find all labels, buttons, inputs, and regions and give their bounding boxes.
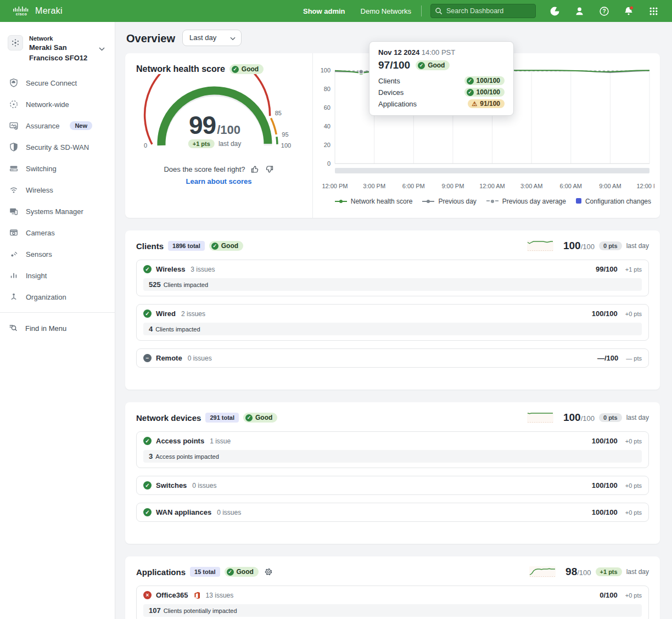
sidebar-item-label: Wireless <box>26 186 53 194</box>
sidebar-item-systems-manager[interactable]: Systems Manager <box>0 201 115 222</box>
tooltip-row-clients: Clients 100/100 <box>378 76 505 85</box>
tooltip-date: Nov 12 2024 <box>378 48 419 57</box>
sidebar-item-label: Secure Connect <box>26 79 77 87</box>
check-circle-icon <box>232 66 239 73</box>
impact-bar: 525Clients impacted <box>143 278 642 291</box>
topbar-divider <box>421 5 422 16</box>
sidebar-item-network-wide[interactable]: Network-wide <box>0 94 115 115</box>
svg-text:6:00 AM: 6:00 AM <box>560 183 582 189</box>
row-issues: 13 issues <box>206 592 234 599</box>
chart-legend: Network health score Previous day Previo… <box>335 198 651 205</box>
demo-networks-menu[interactable]: Demo Networks <box>361 7 411 15</box>
check-circle-icon <box>467 77 474 85</box>
legend-marker-gray-line <box>422 199 434 204</box>
sidebar-item-label: Organization <box>26 293 66 301</box>
account-icon[interactable] <box>573 4 586 18</box>
show-admin-button[interactable]: Show admin <box>303 7 345 15</box>
legend-marker-blue-square <box>576 199 581 204</box>
sidebar-item-sensors[interactable]: Sensors <box>0 244 115 265</box>
chevron-down-icon <box>230 37 236 41</box>
devices-row-switches[interactable]: Switches 0 issues 100/100 +0 pts <box>136 476 649 495</box>
wireless-icon <box>8 185 19 195</box>
tooltip-row-devices: Devices 100/100 <box>378 88 505 97</box>
find-in-menu-icon <box>8 323 18 334</box>
notifications-icon[interactable] <box>622 4 635 18</box>
row-name: Switches <box>156 481 187 489</box>
search-input[interactable] <box>430 4 536 18</box>
sidebar-item-wireless[interactable]: Wireless <box>0 179 115 201</box>
svg-text:40: 40 <box>324 123 331 130</box>
impact-bar: 3Access points impacted <box>143 450 642 463</box>
time-range-select[interactable]: Last day <box>182 30 242 46</box>
section-period: last day <box>626 242 649 250</box>
check-circle-icon <box>211 243 219 250</box>
sidebar-item-assurance[interactable]: Assurance New <box>0 115 115 137</box>
learn-about-scores-link[interactable]: Learn about scores <box>125 177 312 185</box>
apps-grid-icon[interactable] <box>647 4 660 18</box>
svg-text:100: 100 <box>281 142 291 149</box>
clients-row-remote[interactable]: Remote 0 issues —/100 — pts <box>136 348 649 368</box>
status-badge: Good <box>243 413 277 423</box>
row-delta: +0 pts <box>625 438 642 444</box>
sidebar-item-secure-connect[interactable]: Secure Connect <box>0 72 115 94</box>
legend-configuration-changes[interactable]: Configuration changes <box>576 198 651 205</box>
sidebar-item-insight[interactable]: Insight <box>0 265 115 286</box>
section-title: Clients <box>136 241 164 251</box>
notification-badge <box>630 6 634 10</box>
row-name: Access points <box>156 437 204 445</box>
thumbs-up-button[interactable] <box>250 165 260 174</box>
section-period: last day <box>626 568 649 576</box>
thumbs-down-button[interactable] <box>265 165 274 174</box>
network-devices-section-card: Network devices 291 total Good 100/100 0… <box>125 402 660 544</box>
warning-triangle-icon: ⚠ <box>472 101 477 107</box>
security-sdwan-icon <box>8 142 19 152</box>
sidebar-item-organization[interactable]: Organization <box>0 286 115 308</box>
sidebar-item-cameras[interactable]: Cameras <box>0 222 115 244</box>
page-title: Overview <box>126 32 175 45</box>
help-icon[interactable]: ? <box>597 4 611 18</box>
dashboard-search[interactable] <box>430 4 536 18</box>
status-good-icon <box>143 437 152 445</box>
network-selector[interactable]: Network Meraki San Francisco SFO12 <box>0 22 115 72</box>
svg-text:20: 20 <box>324 142 331 148</box>
clients-row-wired[interactable]: Wired 2 issues 100/100 +0 pts 4Clients i… <box>136 304 649 341</box>
clients-sparkline <box>527 240 553 251</box>
tooltip-score: 97/100 <box>378 59 410 71</box>
sidebar-item-label: Switching <box>26 165 57 173</box>
applications-row-office365[interactable]: Office365 13 issues 0/100 +0 pts 107Clie… <box>136 586 649 619</box>
row-name: Remote <box>156 354 182 362</box>
sidebar-item-switching[interactable]: Switching <box>0 158 115 179</box>
svg-text:3:00 PM: 3:00 PM <box>363 183 385 189</box>
applications-section-card: Applications 15 total Good 98/100 +1 pts… <box>125 556 660 619</box>
legend-marker-green-line <box>335 199 347 204</box>
impact-bar: 4Clients impacted <box>143 323 642 335</box>
clients-row-wireless[interactable]: Wireless 3 issues 99/100 +1 pts 525Clien… <box>136 260 649 296</box>
health-score-panel: Network health score Good 08595100 99/10… <box>125 53 313 218</box>
find-in-menu-label: Find in Menu <box>25 324 66 333</box>
legend-network-health-score[interactable]: Network health score <box>335 198 413 205</box>
meraki-brand[interactable]: cisco Meraki <box>13 6 63 16</box>
svg-text:9:00 AM: 9:00 AM <box>599 183 621 189</box>
row-score: 99/100 <box>596 265 618 273</box>
row-issues: 0 issues <box>217 509 241 516</box>
devices-row-wan-appliances[interactable]: WAN appliances 0 issues 100/100 +0 pts <box>136 503 649 522</box>
svg-text:80: 80 <box>324 86 331 92</box>
status-error-icon <box>143 591 152 599</box>
switching-icon <box>8 164 19 173</box>
office365-logo-icon <box>194 592 200 599</box>
legend-previous-day[interactable]: Previous day <box>422 198 476 205</box>
row-score: 100/100 <box>592 481 618 489</box>
svg-text:0: 0 <box>327 160 331 167</box>
find-in-menu[interactable]: Find in Menu <box>0 317 115 340</box>
applications-settings-gear-icon[interactable] <box>264 567 273 576</box>
sidebar-item-security-sdwan[interactable]: Security & SD-WAN <box>0 137 115 158</box>
check-circle-icon <box>467 89 474 96</box>
sidebar: Network Meraki San Francisco SFO12 Secur… <box>0 22 115 619</box>
legend-previous-day-average[interactable]: Previous day average <box>486 198 566 205</box>
svg-text:60: 60 <box>324 104 331 111</box>
status-good-icon <box>143 508 152 516</box>
devices-row-access-points[interactable]: Access points 1 issue 100/100 +0 pts 3Ac… <box>136 431 649 468</box>
sidebar-item-label: Security & SD-WAN <box>26 143 89 151</box>
usage-pie-icon[interactable] <box>548 4 561 18</box>
tooltip-time: 14:00 PST <box>422 48 455 57</box>
